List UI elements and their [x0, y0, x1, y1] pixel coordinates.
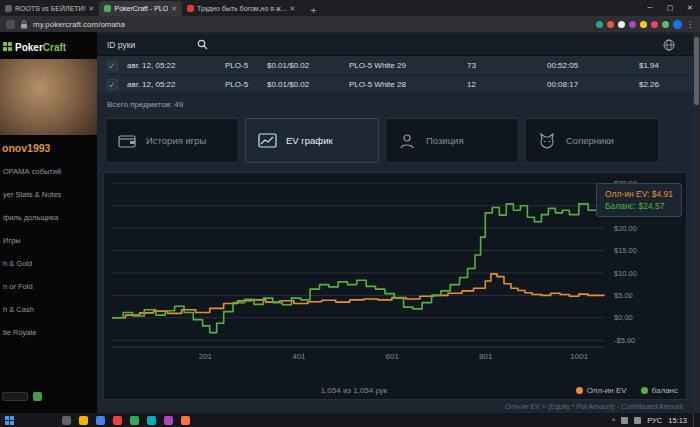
browser-tab-1[interactable]: ROOTS vs БЕЙЛЕТИ! ✕	[0, 1, 99, 16]
line-chart-icon	[258, 133, 278, 149]
cell-game: PLO-5	[225, 61, 267, 70]
tab-ev-graph[interactable]: EV график	[245, 118, 379, 163]
tray-icon[interactable]	[634, 417, 641, 424]
extension-icon[interactable]	[640, 21, 647, 28]
legend-label: Олл-ин EV	[587, 386, 627, 395]
extension-icon[interactable]	[607, 21, 614, 28]
extension-icon[interactable]	[596, 21, 603, 28]
tab-label: Соперники	[566, 135, 614, 146]
browser-scrollbar[interactable]	[693, 32, 700, 413]
extension-icon[interactable]	[651, 21, 658, 28]
legend-dot-orange	[576, 387, 583, 394]
taskbar-app-icon[interactable]	[147, 416, 156, 425]
tray-expand-icon[interactable]: ^	[612, 417, 615, 424]
svg-text:201: 201	[199, 352, 213, 361]
sidebar-item-allin-or-fold[interactable]: n or Fold	[0, 275, 97, 298]
tooltip-ev-value: Олл-ин EV: $4.91	[605, 188, 673, 200]
extension-icon[interactable]	[618, 21, 625, 28]
extension-icon[interactable]	[629, 21, 636, 28]
browser-tab-2-active[interactable]: PokerCraft - PLO ✕	[99, 1, 182, 16]
legend-dot-green	[641, 387, 648, 394]
tab-title: ROOTS vs БЕЙЛЕТИ!	[15, 5, 86, 12]
url-text[interactable]: my.pokercraft.com/omaha	[33, 20, 125, 29]
sidebar-item-player-stats-notes[interactable]: yer Stats & Notes	[0, 183, 97, 206]
tab-opponents[interactable]: Соперники	[525, 118, 659, 163]
sidebar: PokerCraft onov1993 ОРАМА событий yer St…	[0, 32, 97, 413]
new-tab-button[interactable]: +	[306, 5, 320, 16]
svg-text:$20.00: $20.00	[614, 224, 637, 233]
cell-hands: 12	[467, 80, 547, 89]
hands-count-label: 1,054 из 1,054 рук	[104, 386, 604, 395]
pokercraft-logo[interactable]: PokerCraft	[0, 32, 97, 59]
close-button[interactable]: ✕	[680, 0, 700, 16]
ev-formula-caption: Олл-ин EV = (Equity * Pot Amount) - Cont…	[505, 403, 683, 410]
hand-search-bar: ID руки	[97, 34, 693, 56]
legend-item-balance[interactable]: баланс	[641, 386, 678, 395]
tab-close-icon[interactable]: ✕	[89, 5, 95, 13]
tab-label: История игры	[146, 135, 206, 146]
svg-text:-$5.00: -$5.00	[614, 336, 635, 345]
browser-menu-icon[interactable]: ⋮	[686, 20, 694, 29]
tab-game-history[interactable]: История игры	[105, 118, 239, 163]
extension-icon[interactable]	[662, 21, 669, 28]
hand-id-search-input[interactable]: ID руки	[107, 40, 135, 50]
globe-icon[interactable]	[663, 39, 675, 51]
person-icon	[398, 133, 418, 149]
sidebar-item-staking-profile[interactable]: филь дольщика	[0, 206, 97, 229]
screen: ROOTS vs БЕЙЛЕТИ! ✕ PokerCraft - PLO ✕ Т…	[0, 0, 700, 427]
minimize-button[interactable]: ─	[640, 0, 660, 16]
tray-icon[interactable]	[621, 417, 628, 424]
legend-item-ev[interactable]: Олл-ин EV	[576, 386, 627, 395]
table-row[interactable]: ✓ авг. 12, 05:22 PLO-5 $0.01/$0.02 PLO-5…	[97, 56, 693, 75]
svg-text:$0.00: $0.00	[614, 313, 633, 322]
start-button[interactable]	[5, 416, 14, 425]
user-avatar[interactable]	[0, 59, 97, 135]
cell-result: $2.26	[635, 80, 693, 89]
site-icon[interactable]	[6, 20, 15, 29]
svg-text:801: 801	[479, 352, 493, 361]
username: onov1993	[0, 135, 97, 160]
cell-date: авг. 12, 05:22	[127, 61, 225, 70]
svg-text:$5.00: $5.00	[614, 291, 633, 300]
search-icon[interactable]	[197, 39, 208, 50]
cell-duration: 00:52:05	[547, 61, 635, 70]
sidebar-item-games[interactable]: Игры	[0, 229, 97, 252]
row-checkbox[interactable]: ✓	[107, 79, 118, 90]
table-row[interactable]: ✓ авг. 12, 05:22 PLO-5 $0.01/$0.02 PLO-5…	[97, 75, 693, 94]
sidebar-item-rush-gold[interactable]: h & Gold	[0, 252, 97, 275]
chart-tooltip: Олл-ин EV: $4.91 Баланс: $24.57	[596, 183, 682, 217]
browser-tab-3[interactable]: Трудно быть богом,но я ж... ✕	[182, 1, 300, 16]
maximize-button[interactable]: ▢	[660, 0, 680, 16]
tab-position[interactable]: Позиция	[385, 118, 519, 163]
sidebar-item-battle-royale[interactable]: tle Royale	[0, 321, 97, 344]
store-badge[interactable]	[2, 392, 28, 401]
svg-text:$15.00: $15.00	[614, 246, 637, 255]
logo-text-poker: Poker	[15, 42, 43, 53]
system-tray: ^ РУС 15:13	[612, 413, 700, 427]
svg-text:601: 601	[386, 352, 400, 361]
svg-text:$10.00: $10.00	[614, 269, 637, 278]
green-app-badge[interactable]	[33, 392, 42, 401]
show-desktop-button[interactable]	[693, 413, 696, 427]
taskbar-app-icon[interactable]	[181, 416, 190, 425]
taskbar-app-icon[interactable]	[113, 416, 122, 425]
tab-favicon	[104, 5, 111, 12]
browser-profile-avatar[interactable]	[673, 20, 682, 29]
taskbar-app-icon[interactable]	[96, 416, 105, 425]
taskbar-app-icon[interactable]	[79, 416, 88, 425]
tab-close-icon[interactable]: ✕	[290, 5, 296, 13]
cell-stakes: $0.01/$0.02	[267, 80, 349, 89]
language-indicator[interactable]: РУС	[647, 416, 662, 425]
taskbar-app-icon[interactable]	[62, 416, 71, 425]
taskbar-app-icon[interactable]	[164, 416, 173, 425]
taskbar-app-icon[interactable]	[130, 416, 139, 425]
tab-close-icon[interactable]: ✕	[171, 5, 177, 13]
cell-date: авг. 12, 05:22	[127, 80, 225, 89]
total-items-label: Всего предметов: 49	[97, 96, 693, 112]
sidebar-item-events-panorama[interactable]: ОРАМА событий	[0, 160, 97, 183]
scrollbar-thumb[interactable]	[694, 37, 699, 105]
sidebar-item-cash[interactable]: h & Cash	[0, 298, 97, 321]
row-checkbox[interactable]: ✓	[107, 60, 118, 71]
clock[interactable]: 15:13	[668, 416, 687, 425]
ev-chart-panel: $30.00$25.00$20.00$15.00$10.00$5.00$0.00…	[103, 172, 687, 400]
